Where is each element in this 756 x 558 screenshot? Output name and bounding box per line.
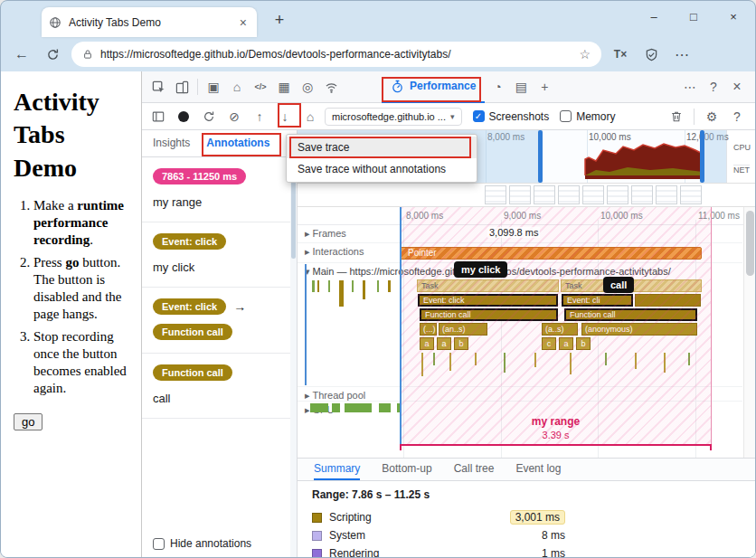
- flame-mark: [388, 280, 391, 292]
- instruction-list: Make a runtime performance recording.Pre…: [14, 197, 128, 396]
- annotation-item[interactable]: Function callcall: [142, 354, 297, 419]
- sidebar-scrollbar[interactable]: [290, 157, 297, 558]
- application-panel-icon[interactable]: ▤: [510, 75, 532, 99]
- clear-icon[interactable]: ⊘: [223, 105, 245, 128]
- network-panel-icon[interactable]: [320, 75, 342, 99]
- panel-icon[interactable]: ▣: [203, 75, 224, 99]
- favorite-star-icon[interactable]: ☆: [579, 47, 591, 61]
- memory-checkbox[interactable]: [560, 110, 572, 122]
- screenshot-thumbnail[interactable]: [509, 185, 531, 204]
- memory-panel-icon[interactable]: ◔: [487, 75, 508, 99]
- screenshots-toggle[interactable]: Screenshots: [473, 110, 550, 123]
- screenshot-thumbnail[interactable]: [558, 185, 580, 204]
- flame-scrollbar-thumb[interactable]: [746, 211, 754, 276]
- annotation-label: my click: [153, 260, 286, 274]
- settings-more-icon[interactable]: ⋯: [670, 43, 694, 66]
- toggle-sidebar-icon[interactable]: [147, 105, 169, 128]
- go-button[interactable]: go: [14, 413, 43, 430]
- hide-annotations-toggle[interactable]: Hide annotations: [153, 537, 251, 550]
- screenshot-thumbnail[interactable]: [485, 185, 506, 204]
- performance-body: InsightsAnnotations 7863 - 11250 msmy ra…: [142, 130, 755, 558]
- read-aloud-icon[interactable]: T×: [609, 43, 632, 66]
- more-panels-icon[interactable]: +: [534, 75, 555, 99]
- perf-help-icon[interactable]: ?: [726, 105, 748, 128]
- entry-label-annotation[interactable]: call: [603, 277, 634, 293]
- annotation-item[interactable]: 7863 - 11250 msmy range: [142, 157, 297, 222]
- browser-essentials-icon[interactable]: [639, 43, 663, 66]
- instruction-step: Stop recording once the button becomes e…: [33, 328, 128, 396]
- menu-item-save-trace[interactable]: Save trace: [287, 137, 477, 158]
- details-tab-summary[interactable]: Summary: [314, 459, 360, 480]
- devtools-help-icon[interactable]: ?: [703, 75, 724, 99]
- origin-select[interactable]: microsoftedge.github.io ... ▾: [325, 108, 462, 126]
- annotation-badge-row: Function call: [153, 364, 286, 381]
- instruction-bold-text: go: [65, 255, 79, 270]
- selection-duration-label: 3,099.8 ms: [487, 227, 540, 238]
- link-arrow-icon: →: [233, 299, 246, 314]
- minimap-handle-left[interactable]: [538, 130, 543, 183]
- record-and-reload-icon[interactable]: [198, 105, 220, 128]
- url-bar[interactable]: https://microsoftedge.github.io/Demos/de…: [71, 42, 601, 67]
- panel-tab-insights[interactable]: Insights: [153, 130, 190, 156]
- panel-tab-annotations[interactable]: Annotations: [206, 130, 269, 156]
- reload-button[interactable]: [41, 43, 64, 66]
- elements-panel-icon[interactable]: ▦: [273, 75, 295, 99]
- annotation-label: my range: [153, 195, 286, 209]
- disclosure-triangle-icon[interactable]: ▸: [305, 390, 310, 401]
- disclosure-triangle-icon[interactable]: ▸: [305, 228, 310, 239]
- annotation-item[interactable]: Event: click→Function call: [142, 288, 297, 354]
- console-panel-icon[interactable]: ◎: [297, 75, 318, 99]
- tab-title: Activity Tabs Demo: [69, 16, 230, 29]
- flame-chart[interactable]: 8,000 ms9,000 ms10,000 ms11,000 ms ▸Fram…: [298, 207, 755, 458]
- minimap-handle-right[interactable]: [700, 130, 704, 183]
- sidebar-tabs: InsightsAnnotations: [142, 130, 297, 157]
- sources-panel-icon[interactable]: </>: [250, 75, 271, 99]
- close-button[interactable]: ×: [713, 1, 753, 32]
- entry-label-annotation[interactable]: my click: [454, 261, 507, 278]
- browser-tab[interactable]: Activity Tabs Demo ×: [42, 7, 257, 37]
- flame-scrollbar[interactable]: [743, 207, 755, 458]
- download-profile-icon[interactable]: ↓: [274, 105, 296, 128]
- screenshot-thumbnail[interactable]: [680, 185, 702, 204]
- screenshot-thumbnail[interactable]: [607, 185, 628, 204]
- menu-item-save-trace-without-annotations[interactable]: Save trace without annotations: [287, 158, 477, 180]
- devtools-close-icon[interactable]: ×: [726, 75, 748, 99]
- tab-performance[interactable]: Performance: [382, 71, 485, 103]
- maximize-button[interactable]: □: [674, 1, 713, 32]
- new-tab-button[interactable]: +: [269, 11, 290, 30]
- annotation-badge-row: Function call: [153, 324, 286, 340]
- home-panel-icon[interactable]: ⌂: [226, 75, 248, 99]
- memory-toggle[interactable]: Memory: [560, 110, 615, 123]
- back-button[interactable]: ←: [10, 43, 33, 66]
- record-button[interactable]: [173, 105, 194, 128]
- screenshot-thumbnail[interactable]: [656, 185, 677, 204]
- details-tab-call-tree[interactable]: Call tree: [454, 459, 495, 480]
- range-annotation-overlay[interactable]: [400, 207, 712, 444]
- gc-trash-icon[interactable]: [666, 105, 687, 128]
- disclosure-triangle-icon[interactable]: ▸: [305, 246, 310, 257]
- screenshot-thumbnail[interactable]: [631, 185, 653, 204]
- window-controls: – □ ×: [634, 1, 753, 32]
- screenshots-checkbox[interactable]: [473, 110, 485, 122]
- devtools-more-icon[interactable]: ⋯: [679, 75, 701, 99]
- hide-annotations-checkbox[interactable]: [153, 538, 165, 550]
- screenshot-thumbnail[interactable]: [582, 185, 604, 204]
- details-tab-bottom-up[interactable]: Bottom-up: [382, 459, 431, 480]
- screenshot-thumbnail[interactable]: [534, 185, 555, 204]
- record-icon: [178, 111, 189, 122]
- legend-value: 8 ms: [542, 529, 565, 542]
- tab-close-icon[interactable]: ×: [237, 15, 250, 30]
- live-metrics-home-icon[interactable]: ⌂: [299, 105, 321, 128]
- hide-annotations-label: Hide annotations: [170, 537, 251, 550]
- screenshot-filmstrip: [298, 184, 755, 207]
- annotation-item[interactable]: Event: clickmy click: [142, 222, 297, 288]
- legend-row: Scripting3,001 ms: [312, 508, 565, 526]
- minimize-button[interactable]: –: [634, 1, 674, 32]
- capture-settings-gear-icon[interactable]: ⚙: [701, 105, 723, 128]
- upload-profile-icon[interactable]: ↑: [249, 105, 270, 128]
- details-tab-event-log[interactable]: Event log: [515, 459, 561, 480]
- inspect-icon[interactable]: [147, 75, 169, 99]
- content-area: Activity Tabs Demo Make a runtime perfor…: [1, 71, 755, 558]
- device-toolbar-icon[interactable]: [171, 75, 193, 99]
- disclosure-triangle-icon[interactable]: ▸: [305, 404, 310, 415]
